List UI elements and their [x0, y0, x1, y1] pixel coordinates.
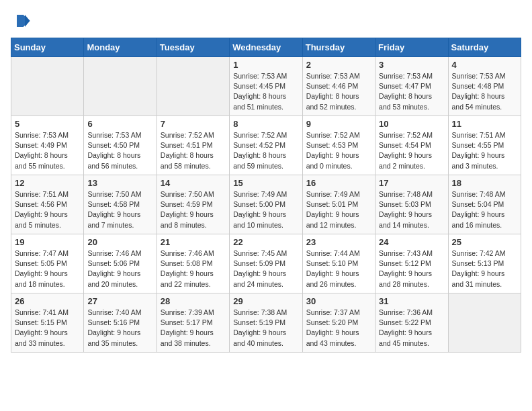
- day-number: 21: [161, 237, 226, 247]
- day-number: 16: [306, 178, 371, 188]
- day-number: 15: [233, 178, 298, 188]
- calendar-cell: 22 Sunrise: 7:45 AMSunset: 5:09 PMDaylig…: [230, 234, 302, 293]
- day-number: 11: [452, 119, 517, 129]
- calendar-cell: 17 Sunrise: 7:48 AMSunset: 5:03 PMDaylig…: [375, 175, 448, 234]
- day-number: 20: [87, 237, 152, 247]
- day-number: 6: [87, 119, 152, 129]
- day-number: 17: [379, 178, 444, 188]
- day-info: Sunrise: 7:48 AMSunset: 5:04 PMDaylight:…: [452, 190, 506, 229]
- day-number: 3: [379, 60, 444, 70]
- week-row-3: 12 Sunrise: 7:51 AMSunset: 4:56 PMDaylig…: [11, 175, 521, 234]
- day-number: 23: [306, 237, 371, 247]
- week-row-1: 1 Sunrise: 7:53 AMSunset: 4:45 PMDayligh…: [11, 57, 521, 116]
- calendar-cell: [11, 57, 84, 116]
- calendar-cell: 6 Sunrise: 7:53 AMSunset: 4:50 PMDayligh…: [84, 116, 157, 175]
- day-number: 29: [233, 296, 298, 306]
- calendar-cell: 30 Sunrise: 7:37 AMSunset: 5:20 PMDaylig…: [302, 293, 375, 353]
- calendar-cell: 8 Sunrise: 7:52 AMSunset: 4:52 PMDayligh…: [230, 116, 302, 175]
- calendar-cell: 3 Sunrise: 7:53 AMSunset: 4:47 PMDayligh…: [375, 57, 448, 116]
- day-info: Sunrise: 7:51 AMSunset: 4:55 PMDaylight:…: [452, 131, 506, 170]
- calendar-cell: 13 Sunrise: 7:50 AMSunset: 4:58 PMDaylig…: [84, 175, 157, 234]
- day-info: Sunrise: 7:41 AMSunset: 5:15 PMDaylight:…: [15, 308, 69, 347]
- day-number: 14: [161, 178, 226, 188]
- day-header-monday: Monday: [84, 38, 157, 57]
- week-row-4: 19 Sunrise: 7:47 AMSunset: 5:05 PMDaylig…: [11, 234, 521, 293]
- calendar-cell: 10 Sunrise: 7:52 AMSunset: 4:54 PMDaylig…: [375, 116, 448, 175]
- day-info: Sunrise: 7:40 AMSunset: 5:16 PMDaylight:…: [87, 308, 141, 347]
- week-row-2: 5 Sunrise: 7:53 AMSunset: 4:49 PMDayligh…: [11, 116, 521, 175]
- calendar-cell: 21 Sunrise: 7:46 AMSunset: 5:08 PMDaylig…: [157, 234, 229, 293]
- day-number: 22: [233, 237, 298, 247]
- day-info: Sunrise: 7:44 AMSunset: 5:10 PMDaylight:…: [306, 249, 360, 288]
- calendar-cell: 19 Sunrise: 7:47 AMSunset: 5:05 PMDaylig…: [11, 234, 84, 293]
- day-number: 12: [15, 178, 80, 188]
- calendar-cell: 24 Sunrise: 7:43 AMSunset: 5:12 PMDaylig…: [375, 234, 448, 293]
- calendar-cell: 28 Sunrise: 7:39 AMSunset: 5:17 PMDaylig…: [157, 293, 229, 353]
- calendar-cell: 5 Sunrise: 7:53 AMSunset: 4:49 PMDayligh…: [11, 116, 84, 175]
- day-number: 2: [306, 60, 371, 70]
- day-number: 8: [233, 119, 298, 129]
- day-info: Sunrise: 7:50 AMSunset: 4:58 PMDaylight:…: [87, 190, 141, 229]
- day-header-thursday: Thursday: [302, 38, 375, 57]
- calendar-cell: [157, 57, 229, 116]
- day-number: 1: [233, 60, 298, 70]
- day-info: Sunrise: 7:46 AMSunset: 5:06 PMDaylight:…: [87, 249, 141, 288]
- calendar-cell: 27 Sunrise: 7:40 AMSunset: 5:16 PMDaylig…: [84, 293, 157, 353]
- logo-icon: [11, 11, 31, 31]
- day-info: Sunrise: 7:53 AMSunset: 4:47 PMDaylight:…: [379, 72, 433, 111]
- day-info: Sunrise: 7:43 AMSunset: 5:12 PMDaylight:…: [379, 249, 433, 288]
- page-header: [11, 11, 521, 31]
- calendar-table: SundayMondayTuesdayWednesdayThursdayFrid…: [11, 38, 521, 353]
- day-info: Sunrise: 7:36 AMSunset: 5:22 PMDaylight:…: [379, 308, 433, 347]
- day-number: 26: [15, 296, 80, 306]
- calendar-cell: 20 Sunrise: 7:46 AMSunset: 5:06 PMDaylig…: [84, 234, 157, 293]
- day-info: Sunrise: 7:53 AMSunset: 4:50 PMDaylight:…: [87, 131, 141, 170]
- day-info: Sunrise: 7:52 AMSunset: 4:54 PMDaylight:…: [379, 131, 433, 170]
- day-number: 7: [161, 119, 226, 129]
- calendar-cell: 7 Sunrise: 7:52 AMSunset: 4:51 PMDayligh…: [157, 116, 229, 175]
- day-number: 25: [452, 237, 517, 247]
- day-header-sunday: Sunday: [11, 38, 84, 57]
- day-info: Sunrise: 7:50 AMSunset: 4:59 PMDaylight:…: [161, 190, 214, 229]
- calendar-cell: 4 Sunrise: 7:53 AMSunset: 4:48 PMDayligh…: [448, 57, 521, 116]
- day-number: 10: [379, 119, 444, 129]
- calendar-cell: 16 Sunrise: 7:49 AMSunset: 5:01 PMDaylig…: [302, 175, 375, 234]
- day-number: 28: [161, 296, 226, 306]
- day-info: Sunrise: 7:53 AMSunset: 4:48 PMDaylight:…: [452, 72, 506, 111]
- day-info: Sunrise: 7:53 AMSunset: 4:49 PMDaylight:…: [15, 131, 69, 170]
- day-info: Sunrise: 7:47 AMSunset: 5:05 PMDaylight:…: [15, 249, 69, 288]
- day-info: Sunrise: 7:37 AMSunset: 5:20 PMDaylight:…: [306, 308, 360, 347]
- day-info: Sunrise: 7:48 AMSunset: 5:03 PMDaylight:…: [379, 190, 433, 229]
- day-info: Sunrise: 7:53 AMSunset: 4:45 PMDaylight:…: [233, 72, 287, 111]
- day-number: 30: [306, 296, 371, 306]
- calendar-body: 1 Sunrise: 7:53 AMSunset: 4:45 PMDayligh…: [11, 57, 521, 353]
- day-info: Sunrise: 7:38 AMSunset: 5:19 PMDaylight:…: [233, 308, 287, 347]
- day-info: Sunrise: 7:52 AMSunset: 4:52 PMDaylight:…: [233, 131, 287, 170]
- day-info: Sunrise: 7:49 AMSunset: 5:00 PMDaylight:…: [233, 190, 287, 229]
- day-number: 31: [379, 296, 444, 306]
- calendar-cell: 1 Sunrise: 7:53 AMSunset: 4:45 PMDayligh…: [230, 57, 302, 116]
- day-info: Sunrise: 7:42 AMSunset: 5:13 PMDaylight:…: [452, 249, 506, 288]
- calendar-cell: 15 Sunrise: 7:49 AMSunset: 5:00 PMDaylig…: [230, 175, 302, 234]
- calendar-cell: [84, 57, 157, 116]
- day-info: Sunrise: 7:45 AMSunset: 5:09 PMDaylight:…: [233, 249, 287, 288]
- day-number: 13: [87, 178, 152, 188]
- calendar-cell: 31 Sunrise: 7:36 AMSunset: 5:22 PMDaylig…: [375, 293, 448, 353]
- calendar-cell: 18 Sunrise: 7:48 AMSunset: 5:04 PMDaylig…: [448, 175, 521, 234]
- day-number: 27: [87, 296, 152, 306]
- day-info: Sunrise: 7:49 AMSunset: 5:01 PMDaylight:…: [306, 190, 360, 229]
- day-number: 9: [306, 119, 371, 129]
- day-number: 24: [379, 237, 444, 247]
- day-info: Sunrise: 7:46 AMSunset: 5:08 PMDaylight:…: [161, 249, 214, 288]
- week-row-5: 26 Sunrise: 7:41 AMSunset: 5:15 PMDaylig…: [11, 293, 521, 353]
- day-header-tuesday: Tuesday: [157, 38, 229, 57]
- calendar-cell: 14 Sunrise: 7:50 AMSunset: 4:59 PMDaylig…: [157, 175, 229, 234]
- day-number: 4: [452, 60, 517, 70]
- calendar-header-row: SundayMondayTuesdayWednesdayThursdayFrid…: [11, 38, 521, 57]
- day-header-saturday: Saturday: [448, 38, 521, 57]
- day-info: Sunrise: 7:51 AMSunset: 4:56 PMDaylight:…: [15, 190, 69, 229]
- calendar-cell: 9 Sunrise: 7:52 AMSunset: 4:53 PMDayligh…: [302, 116, 375, 175]
- calendar-cell: 12 Sunrise: 7:51 AMSunset: 4:56 PMDaylig…: [11, 175, 84, 234]
- day-info: Sunrise: 7:52 AMSunset: 4:51 PMDaylight:…: [161, 131, 214, 170]
- calendar-cell: 29 Sunrise: 7:38 AMSunset: 5:19 PMDaylig…: [230, 293, 302, 353]
